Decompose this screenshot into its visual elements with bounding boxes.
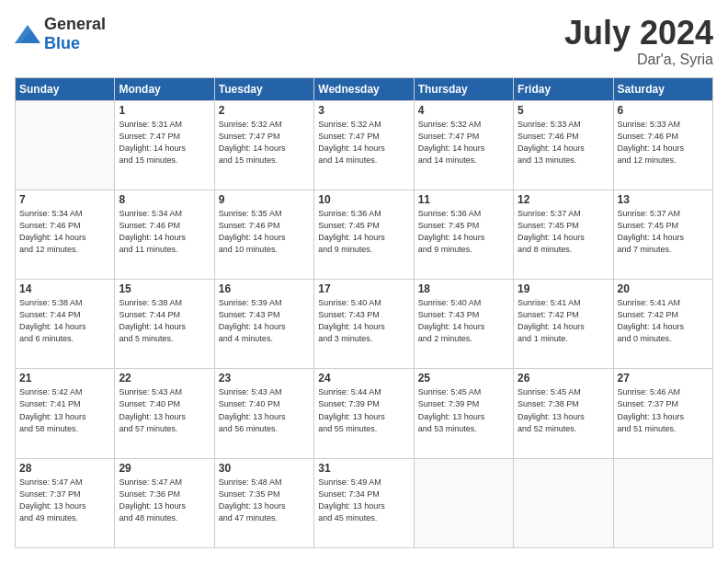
day-info: Sunrise: 5:48 AMSunset: 7:35 PMDaylight:… (219, 477, 310, 524)
day-number: 19 (518, 282, 609, 295)
calendar-cell: 10Sunrise: 5:36 AMSunset: 7:45 PMDayligh… (314, 190, 414, 279)
day-info: Sunrise: 5:31 AMSunset: 7:47 PMDaylight:… (119, 119, 210, 167)
calendar-cell: 18Sunrise: 5:40 AMSunset: 7:43 PMDayligh… (414, 280, 513, 369)
day-info: Sunrise: 5:43 AMSunset: 7:40 PMDaylight:… (119, 386, 210, 434)
calendar-cell: 24Sunrise: 5:44 AMSunset: 7:39 PMDayligh… (314, 369, 414, 458)
subtitle: Dar'a, Syria (564, 52, 713, 68)
calendar-cell: 3Sunrise: 5:32 AMSunset: 7:47 PMDaylight… (314, 100, 414, 190)
calendar-cell (16, 100, 115, 190)
logo-blue: Blue (44, 34, 80, 52)
logo-text: General Blue (44, 15, 106, 53)
calendar-header-tuesday: Tuesday (214, 77, 313, 100)
calendar-cell: 25Sunrise: 5:45 AMSunset: 7:39 PMDayligh… (414, 369, 513, 458)
calendar-header-monday: Monday (115, 77, 214, 100)
calendar-cell: 11Sunrise: 5:36 AMSunset: 7:45 PMDayligh… (414, 190, 513, 279)
day-number: 22 (119, 372, 210, 385)
day-number: 30 (219, 462, 310, 475)
day-number: 20 (618, 282, 709, 295)
calendar-cell: 2Sunrise: 5:32 AMSunset: 7:47 PMDaylight… (214, 100, 313, 190)
day-number: 26 (518, 372, 609, 385)
day-info: Sunrise: 5:47 AMSunset: 7:36 PMDaylight:… (119, 477, 210, 524)
calendar-cell: 12Sunrise: 5:37 AMSunset: 7:45 PMDayligh… (514, 190, 613, 279)
calendar-cell: 14Sunrise: 5:38 AMSunset: 7:44 PMDayligh… (16, 280, 115, 369)
calendar-header-saturday: Saturday (613, 77, 712, 100)
logo-icon (15, 25, 40, 43)
day-number: 8 (119, 193, 210, 206)
day-info: Sunrise: 5:44 AMSunset: 7:39 PMDaylight:… (318, 386, 409, 434)
calendar-cell: 31Sunrise: 5:49 AMSunset: 7:34 PMDayligh… (314, 458, 414, 547)
calendar-cell: 16Sunrise: 5:39 AMSunset: 7:43 PMDayligh… (214, 280, 313, 369)
logo-general: General (44, 15, 106, 33)
calendar-header-sunday: Sunday (16, 77, 115, 100)
day-number: 13 (618, 193, 709, 206)
day-info: Sunrise: 5:32 AMSunset: 7:47 PMDaylight:… (219, 119, 310, 167)
calendar-cell: 5Sunrise: 5:33 AMSunset: 7:46 PMDaylight… (514, 100, 613, 190)
calendar-header-friday: Friday (514, 77, 613, 100)
calendar-cell: 7Sunrise: 5:34 AMSunset: 7:46 PMDaylight… (16, 190, 115, 279)
day-info: Sunrise: 5:34 AMSunset: 7:46 PMDaylight:… (19, 208, 110, 256)
calendar-cell: 23Sunrise: 5:43 AMSunset: 7:40 PMDayligh… (214, 369, 313, 458)
day-info: Sunrise: 5:46 AMSunset: 7:37 PMDaylight:… (618, 386, 709, 434)
day-number: 17 (318, 282, 409, 295)
day-number: 6 (618, 104, 709, 117)
calendar-cell (613, 458, 712, 547)
day-number: 3 (318, 104, 409, 117)
day-number: 11 (418, 193, 509, 206)
title-block: July 2024 Dar'a, Syria (564, 15, 713, 68)
day-info: Sunrise: 5:43 AMSunset: 7:40 PMDaylight:… (219, 386, 310, 434)
day-number: 27 (618, 372, 709, 385)
day-info: Sunrise: 5:41 AMSunset: 7:42 PMDaylight:… (618, 297, 709, 345)
day-number: 12 (518, 193, 609, 206)
day-info: Sunrise: 5:41 AMSunset: 7:42 PMDaylight:… (518, 297, 609, 345)
day-info: Sunrise: 5:37 AMSunset: 7:45 PMDaylight:… (618, 208, 709, 256)
calendar-cell: 17Sunrise: 5:40 AMSunset: 7:43 PMDayligh… (314, 280, 414, 369)
day-number: 31 (318, 462, 409, 475)
calendar-cell: 13Sunrise: 5:37 AMSunset: 7:45 PMDayligh… (613, 190, 712, 279)
calendar-cell (514, 458, 613, 547)
day-number: 16 (219, 282, 310, 295)
calendar-week-1: 1Sunrise: 5:31 AMSunset: 7:47 PMDaylight… (16, 100, 713, 190)
calendar-cell: 15Sunrise: 5:38 AMSunset: 7:44 PMDayligh… (115, 280, 214, 369)
day-info: Sunrise: 5:42 AMSunset: 7:41 PMDaylight:… (19, 386, 110, 434)
calendar-cell: 27Sunrise: 5:46 AMSunset: 7:37 PMDayligh… (613, 369, 712, 458)
calendar-cell (414, 458, 513, 547)
calendar-header-thursday: Thursday (414, 77, 513, 100)
day-info: Sunrise: 5:33 AMSunset: 7:46 PMDaylight:… (618, 119, 709, 167)
day-info: Sunrise: 5:38 AMSunset: 7:44 PMDaylight:… (119, 297, 210, 345)
calendar-cell: 26Sunrise: 5:45 AMSunset: 7:38 PMDayligh… (514, 369, 613, 458)
calendar-cell: 28Sunrise: 5:47 AMSunset: 7:37 PMDayligh… (16, 458, 115, 547)
day-info: Sunrise: 5:35 AMSunset: 7:46 PMDaylight:… (219, 208, 310, 256)
day-number: 4 (418, 104, 509, 117)
calendar-cell: 21Sunrise: 5:42 AMSunset: 7:41 PMDayligh… (16, 369, 115, 458)
day-info: Sunrise: 5:47 AMSunset: 7:37 PMDaylight:… (19, 477, 110, 524)
day-number: 29 (119, 462, 210, 475)
day-number: 15 (119, 282, 210, 295)
day-info: Sunrise: 5:37 AMSunset: 7:45 PMDaylight:… (518, 208, 609, 256)
calendar-cell: 20Sunrise: 5:41 AMSunset: 7:42 PMDayligh… (613, 280, 712, 369)
calendar-week-4: 21Sunrise: 5:42 AMSunset: 7:41 PMDayligh… (16, 369, 713, 458)
calendar-cell: 30Sunrise: 5:48 AMSunset: 7:35 PMDayligh… (214, 458, 313, 547)
main-title: July 2024 (564, 15, 713, 52)
calendar-week-2: 7Sunrise: 5:34 AMSunset: 7:46 PMDaylight… (16, 190, 713, 279)
page: General Blue July 2024 Dar'a, Syria Sund… (0, 0, 728, 563)
calendar-week-5: 28Sunrise: 5:47 AMSunset: 7:37 PMDayligh… (16, 458, 713, 547)
day-number: 25 (418, 372, 509, 385)
calendar-cell: 9Sunrise: 5:35 AMSunset: 7:46 PMDaylight… (214, 190, 313, 279)
day-info: Sunrise: 5:36 AMSunset: 7:45 PMDaylight:… (418, 208, 509, 256)
calendar-header-wednesday: Wednesday (314, 77, 414, 100)
day-number: 28 (19, 462, 110, 475)
day-number: 21 (19, 372, 110, 385)
day-info: Sunrise: 5:45 AMSunset: 7:38 PMDaylight:… (518, 386, 609, 434)
day-number: 10 (318, 193, 409, 206)
calendar-cell: 1Sunrise: 5:31 AMSunset: 7:47 PMDaylight… (115, 100, 214, 190)
calendar-week-3: 14Sunrise: 5:38 AMSunset: 7:44 PMDayligh… (16, 280, 713, 369)
calendar-header-row: SundayMondayTuesdayWednesdayThursdayFrid… (16, 77, 713, 100)
day-info: Sunrise: 5:32 AMSunset: 7:47 PMDaylight:… (418, 119, 509, 167)
calendar-cell: 19Sunrise: 5:41 AMSunset: 7:42 PMDayligh… (514, 280, 613, 369)
day-number: 18 (418, 282, 509, 295)
calendar-cell: 4Sunrise: 5:32 AMSunset: 7:47 PMDaylight… (414, 100, 513, 190)
day-info: Sunrise: 5:40 AMSunset: 7:43 PMDaylight:… (418, 297, 509, 345)
day-number: 2 (219, 104, 310, 117)
day-number: 23 (219, 372, 310, 385)
calendar-body: 1Sunrise: 5:31 AMSunset: 7:47 PMDaylight… (16, 100, 713, 547)
